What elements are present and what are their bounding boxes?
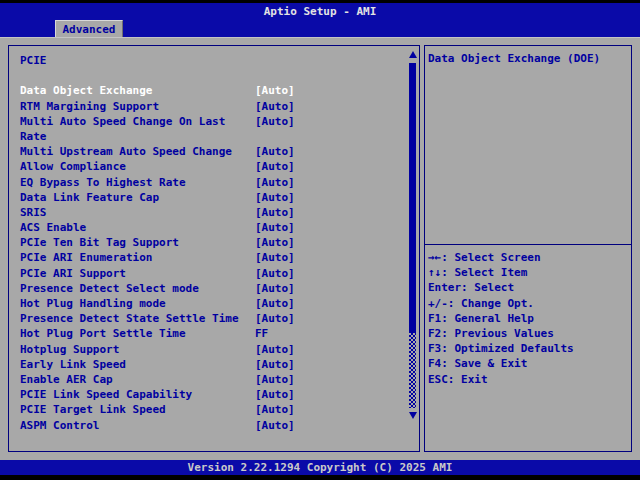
setting-row[interactable]: ACS Enable [Auto] — [20, 220, 419, 235]
setting-row[interactable]: Early Link Speed [Auto] — [20, 357, 419, 372]
hotkey-hint: ↑↓: Select Item — [428, 265, 628, 280]
setting-row[interactable]: RTM Margining Support [Auto] — [20, 99, 419, 114]
hotkey-hint: ESC: Exit — [428, 372, 628, 387]
tab-advanced[interactable]: Advanced — [55, 20, 123, 37]
scrollbar[interactable] — [409, 50, 417, 449]
setting-label: Hot Plug Port Settle Time — [20, 327, 186, 340]
setting-value: [Auto] — [255, 342, 295, 357]
setting-label: EQ Bypass To Highest Rate — [20, 176, 186, 189]
scroll-down-icon[interactable] — [409, 412, 417, 419]
setting-value: [Auto] — [255, 402, 295, 417]
setting-value: [Auto] — [255, 296, 295, 311]
setting-label: Hot Plug Handling mode — [20, 297, 166, 310]
hotkey-hint: F4: Save & Exit — [428, 356, 628, 371]
setting-value: [Auto] — [255, 114, 295, 129]
setting-label: Data Object Exchange — [20, 84, 152, 97]
setting-value: [Auto] — [255, 235, 295, 250]
setting-value: [Auto] — [255, 418, 295, 433]
setting-value: [Auto] — [255, 175, 295, 190]
setting-row[interactable]: Multi Upstream Auto Speed Change [Auto] — [20, 144, 419, 159]
setting-value: [Auto] — [255, 159, 295, 174]
setting-label: Allow Compliance — [20, 160, 126, 173]
setting-value: [Auto] — [255, 266, 295, 281]
setting-label: PCIe ARI Support — [20, 267, 126, 280]
setting-label: ASPM Control — [20, 419, 99, 432]
setting-row[interactable]: PCIe ARI Support [Auto] — [20, 266, 419, 281]
version-bar: Version 2.22.1294 Copyright (C) 2025 AMI — [0, 460, 640, 475]
setting-row-continuation: Rate — [20, 129, 419, 144]
setting-value: [Auto] — [255, 357, 295, 372]
setting-label: SRIS — [20, 206, 47, 219]
bios-screen: Aptio Setup - AMI Advanced PCIE Data Obj… — [0, 3, 640, 475]
setting-value: [Auto] — [255, 311, 295, 326]
setting-label: Multi Upstream Auto Speed Change — [20, 145, 232, 158]
setting-label: Enable AER Cap — [20, 373, 113, 386]
setting-label: Presence Detect Select mode — [20, 282, 199, 295]
setting-row[interactable]: ASPM Control [Auto] — [20, 418, 419, 433]
setting-value: [Auto] — [255, 190, 295, 205]
setting-value: [Auto] — [255, 99, 295, 114]
setting-label: RTM Margining Support — [20, 100, 159, 113]
setting-value: [Auto] — [255, 205, 295, 220]
scroll-up-icon[interactable] — [409, 51, 417, 58]
setting-value: [Auto] — [255, 220, 295, 235]
setting-value: [Auto] — [255, 250, 295, 265]
setting-row[interactable]: EQ Bypass To Highest Rate [Auto] — [20, 175, 419, 190]
setting-row[interactable]: Data Object Exchange [Auto] — [20, 83, 419, 98]
setting-label: PCIE Target Link Speed — [20, 403, 166, 416]
setting-row[interactable]: Presence Detect Select mode [Auto] — [20, 281, 419, 296]
main-area: PCIE Data Object Exchange [Auto] RTM Mar… — [0, 37, 640, 460]
hotkey-hint: F3: Optimized Defaults — [428, 341, 628, 356]
setting-row[interactable]: PCIe Ten Bit Tag Support [Auto] — [20, 235, 419, 250]
hotkey-hint: →←: Select Screen — [428, 250, 628, 265]
scrollbar-track[interactable] — [409, 333, 416, 408]
setting-row[interactable]: Data Link Feature Cap [Auto] — [20, 190, 419, 205]
setting-label: PCIe Ten Bit Tag Support — [20, 236, 179, 249]
setting-label: PCIE Link Speed Capability — [20, 388, 192, 401]
setting-row[interactable]: Hot Plug Handling mode [Auto] — [20, 296, 419, 311]
window-title: Aptio Setup - AMI — [0, 3, 640, 20]
setting-value: [Auto] — [255, 372, 295, 387]
scrollbar-thumb[interactable] — [409, 63, 416, 333]
setting-row[interactable]: Allow Compliance [Auto] — [20, 159, 419, 174]
setting-row[interactable]: PCIE Target Link Speed [Auto] — [20, 402, 419, 417]
setting-value: [Auto] — [255, 387, 295, 402]
setting-value: FF — [255, 326, 268, 341]
blank-line — [20, 68, 419, 83]
setting-row[interactable]: Hotplug Support [Auto] — [20, 342, 419, 357]
hotkey-hint: F1: General Help — [428, 311, 628, 326]
setting-value: [Auto] — [255, 144, 295, 159]
setting-label: Multi Auto Speed Change On Last — [20, 115, 225, 128]
setting-row[interactable]: Presence Detect State Settle Time [Auto] — [20, 311, 419, 326]
help-panel: Data Object Exchange (DOE) →←: Select Sc… — [424, 45, 632, 452]
setting-row[interactable]: SRIS [Auto] — [20, 205, 419, 220]
setting-label: Data Link Feature Cap — [20, 191, 159, 204]
setting-value: [Auto] — [255, 83, 295, 98]
setting-label: ACS Enable — [20, 221, 86, 234]
menu-bar: Advanced — [0, 20, 640, 37]
help-text: Data Object Exchange (DOE) — [425, 46, 631, 245]
hotkey-hint: F2: Previous Values — [428, 326, 628, 341]
setting-label: Early Link Speed — [20, 358, 126, 371]
setting-row[interactable]: Multi Auto Speed Change On Last [Auto] — [20, 114, 419, 129]
setting-row[interactable]: PCIe ARI Enumeration [Auto] — [20, 250, 419, 265]
hotkey-hint: Enter: Select — [428, 280, 628, 295]
hotkey-hint: +/-: Change Opt. — [428, 296, 628, 311]
setting-label: Rate — [20, 130, 47, 143]
setting-label: Presence Detect State Settle Time — [20, 312, 239, 325]
hotkey-legend: →←: Select Screen ↑↓: Select Item Enter:… — [425, 245, 631, 387]
setting-label: Hotplug Support — [20, 343, 119, 356]
settings-panel: PCIE Data Object Exchange [Auto] RTM Mar… — [8, 45, 420, 452]
setting-row[interactable]: Hot Plug Port Settle Time FF — [20, 326, 419, 341]
setting-label: PCIe ARI Enumeration — [20, 251, 152, 264]
setting-row[interactable]: Enable AER Cap [Auto] — [20, 372, 419, 387]
setting-row[interactable]: PCIE Link Speed Capability [Auto] — [20, 387, 419, 402]
section-title: PCIE — [20, 53, 419, 68]
setting-value: [Auto] — [255, 281, 295, 296]
